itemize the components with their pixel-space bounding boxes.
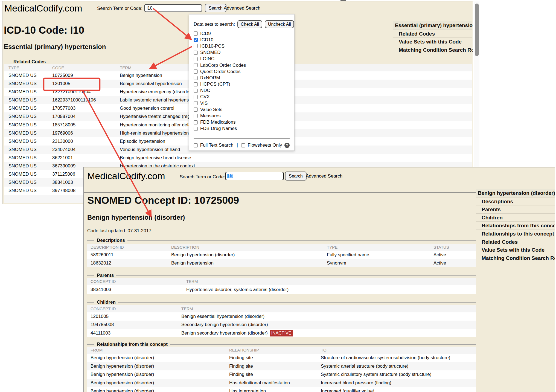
table-row: 38341003 Hypertensive disorder, systemic… (87, 285, 476, 294)
fdb-medications-checkbox[interactable] (194, 120, 198, 124)
page-title: SNOMED Concept ID: 10725009 (87, 195, 239, 206)
site-logo[interactable]: MedicalCodify.com (87, 171, 165, 181)
cell-term: Benign secondary hypertension (disorder)… (181, 329, 476, 337)
icd10-checkbox[interactable] (194, 38, 198, 42)
dataset-option-icd10[interactable]: ICD10 (194, 37, 290, 43)
menu-item-children[interactable]: Children (476, 213, 555, 222)
dataset-option-snomed[interactable]: SNOMED (194, 50, 290, 56)
vis-checkbox[interactable] (194, 101, 198, 105)
scrollbar-thumb[interactable] (475, 4, 479, 56)
table-row: Benign hypertension (disorder) Finding s… (87, 370, 476, 379)
advanced-search-link[interactable]: Advanced Search (224, 5, 260, 11)
dataset-option-measures[interactable]: Measures (194, 113, 290, 119)
col-from: FROM (87, 347, 229, 354)
uncheck-all-button[interactable]: Uncheck All (265, 20, 294, 28)
help-icon[interactable]: ? (284, 143, 290, 148)
hcpcs-checkbox[interactable] (194, 82, 198, 86)
dataset-options: ICD9 ICD10 ICD10-PCS SNOMED LOINC LabCor… (194, 30, 290, 132)
menu-item-descriptions[interactable]: Descriptions (476, 197, 555, 205)
dataset-option-ndc[interactable]: NDC (194, 88, 290, 94)
dataset-option-labcorp[interactable]: LabCorp Order Codes (194, 62, 290, 68)
dataset-option-hcpcs[interactable]: HCPCS (CPT) (194, 81, 290, 88)
snomed-checkbox[interactable] (194, 51, 198, 55)
search-label: Search Term or Code: (97, 6, 142, 11)
dataset-option-cvx[interactable]: CVX (194, 94, 290, 100)
ndc-checkbox[interactable] (194, 89, 198, 93)
loinc-checkbox[interactable] (194, 57, 198, 61)
term-text: Secondary benign hypertension (disorder) (181, 322, 268, 327)
fdb-drug-names-checkbox[interactable] (194, 127, 198, 131)
page-title: ICD-10 Code: I10 (4, 25, 84, 36)
option-label: SNOMED (200, 50, 221, 55)
option-label: Quest Order Codes (200, 69, 240, 74)
quest-checkbox[interactable] (194, 69, 198, 74)
term-text: Benign secondary hypertension (disorder) (181, 330, 268, 336)
table-row: SNOMED US 36221001 Benign hypertensive h… (4, 154, 472, 162)
window-snomed-concept: MedicalCodify.com Search Term or Code: i… (83, 167, 555, 392)
cell-type: SNOMED US (4, 121, 52, 129)
dataset-option-icd10-pcs[interactable]: ICD10-PCS (194, 43, 290, 49)
menu-item-matching-rows[interactable]: Matching Condition Search Rows (476, 254, 555, 262)
icd10-pcs-checkbox[interactable] (194, 44, 198, 48)
menu-item-concept[interactable]: Benign hypertension (disorder) (476, 189, 555, 197)
cell-relationship: Has definitional manifestation (229, 379, 321, 387)
cell-type: SNOMED US (4, 71, 52, 80)
dataset-option-quest[interactable]: Quest Order Codes (194, 68, 290, 75)
option-label: Measures (200, 113, 221, 119)
menu-item-relationships-from[interactable]: Relationships from this concept (476, 221, 555, 230)
measures-checkbox[interactable] (194, 114, 198, 118)
table-header-row: CONCEPT ID TERM (87, 305, 476, 312)
search-input[interactable] (144, 4, 202, 12)
advanced-search-link[interactable]: Advanced Search (306, 173, 342, 179)
cell-type: SNOMED US (4, 80, 52, 88)
cell-type: SNOMED US (4, 88, 52, 96)
menu-item-value-sets[interactable]: Value Sets with this Code (476, 246, 555, 254)
search-input[interactable]: i10 (225, 172, 284, 180)
scrollbar-track[interactable] (474, 2, 479, 167)
cell-term: Episodic hypertension (120, 137, 472, 146)
cell-to: Systemic circulatory system structure (b… (321, 370, 476, 379)
col-type: TYPE (4, 64, 52, 71)
cell-type: SNOMED US (4, 96, 52, 104)
relationships-from-legend-label: Relationships from this concept (94, 342, 170, 347)
flowsheets-only-checkbox[interactable] (241, 143, 245, 147)
col-type: TYPE (327, 244, 433, 251)
dataset-option-loinc[interactable]: LOINC (194, 56, 290, 62)
check-all-button[interactable]: Check All (237, 20, 262, 28)
dataset-option-fdb-medications[interactable]: FDB Medications (194, 119, 290, 126)
option-label: FDB Drug Names (200, 126, 237, 131)
dataset-option-icd9[interactable]: ICD9 (194, 30, 290, 37)
menu-item-concept[interactable]: Essential (primary) hypertension (393, 21, 472, 30)
search-button[interactable]: Search (285, 172, 307, 181)
dataset-option-vis[interactable]: VIS (194, 100, 290, 106)
full-text-search-checkbox[interactable] (194, 143, 198, 147)
cell-status: Active (433, 259, 476, 267)
icd9-checkbox[interactable] (194, 31, 198, 36)
col-concept-id: CONCEPT ID (87, 305, 181, 312)
col-term: TERM (186, 278, 476, 285)
menu-item-value-sets[interactable]: Value Sets with this Code (393, 37, 472, 46)
dataset-option-value-sets[interactable]: Value Sets (194, 106, 290, 113)
menu-item-relationships-to[interactable]: Relationships to this concept (476, 230, 555, 238)
col-description: DESCRIPTION (171, 244, 327, 251)
cvx-checkbox[interactable] (194, 95, 198, 99)
site-logo[interactable]: MedicalCodify.com (4, 3, 82, 14)
value-sets-checkbox[interactable] (194, 108, 198, 112)
rxnorm-checkbox[interactable] (194, 76, 198, 80)
section-menu: Benign hypertension (disorder) Descripti… (476, 189, 555, 262)
dataset-option-rxnorm[interactable]: RxNORM (194, 75, 290, 81)
cell-type: SNOMED US (4, 137, 52, 146)
menu-item-related-codes[interactable]: Related Codes (476, 238, 555, 246)
labcorp-checkbox[interactable] (194, 63, 198, 67)
menu-item-matching-rows[interactable]: Matching Condition Search Rows (393, 46, 472, 54)
dataset-option-fdb-drug-names[interactable]: FDB Drug Names (194, 126, 290, 132)
cell-type: SNOMED US (4, 187, 52, 195)
table-row: 194785008 Secondary benign hypertension … (87, 321, 476, 329)
descriptions-legend: Descriptions (87, 238, 476, 243)
menu-item-parents[interactable]: Parents (476, 205, 555, 213)
menu-item-related-codes[interactable]: Related Codes (393, 30, 472, 38)
search-button[interactable]: Search (205, 4, 226, 12)
table-row: Benign hypertension (disorder) Has inter… (87, 387, 476, 392)
cell-type: SNOMED US (4, 146, 52, 154)
cell-term: Labile systemic arterial hypertension (120, 96, 472, 104)
